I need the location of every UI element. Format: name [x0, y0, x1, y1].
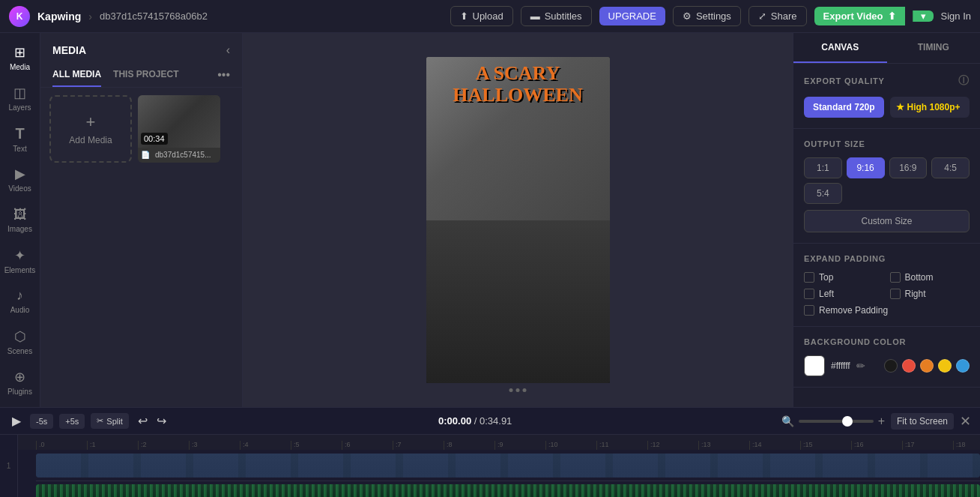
gear-icon: ⚙	[683, 10, 692, 22]
output-size-section: OUTPUT SIZE 1:1 9:16 16:9 4:5 5:4 Custom…	[793, 129, 980, 244]
video-lower-half	[426, 220, 610, 384]
media-panel: MEDIA ‹ ALL MEDIA THIS PROJECT ••• + Add…	[40, 33, 243, 407]
remove-padding-option[interactable]: Remove Padding	[804, 305, 970, 316]
sidebar-item-videos[interactable]: ▶ Videos	[2, 160, 38, 198]
sidebar-item-media[interactable]: ⊞ Media	[2, 39, 38, 76]
color-swatch-yellow[interactable]	[938, 359, 952, 373]
padding-left-checkbox[interactable]	[804, 289, 814, 299]
text-icon: T	[15, 125, 24, 142]
subtitles-button[interactable]: ▬ Subtitles	[521, 6, 592, 26]
export-icon: ⬆	[888, 10, 896, 22]
timeline-controls: ▶ -5s +5s ✂ Split ↩ ↪ 0:00.00 / 0:34.91 …	[0, 408, 980, 435]
color-swatch-blue[interactable]	[956, 359, 970, 373]
upload-button[interactable]: ⬆ Upload	[450, 6, 513, 26]
sidebar-item-elements[interactable]: ✦ Elements	[2, 242, 38, 280]
media-panel-header: MEDIA ‹	[40, 33, 242, 63]
export-button[interactable]: Export Video ⬆	[814, 7, 905, 25]
tab-all-media[interactable]: ALL MEDIA	[52, 63, 101, 87]
subtitles-icon: ▬	[530, 10, 540, 22]
audio-clip[interactable]	[36, 484, 980, 497]
media-grid: + Add Media 00:34 📄 db37d1c57415...	[40, 95, 242, 163]
quality-standard-button[interactable]: Standard 720p	[804, 97, 884, 118]
fit-to-screen-button[interactable]: Fit to Screen	[891, 413, 954, 430]
size-16-9-button[interactable]: 16:9	[889, 157, 928, 178]
media-thumbnail[interactable]: 00:34 📄 db37d1c57415...	[138, 95, 220, 163]
media-tabs: ALL MEDIA THIS PROJECT •••	[40, 63, 242, 88]
remove-padding-checkbox[interactable]	[804, 305, 814, 316]
share-button[interactable]: ⤢ Share	[748, 6, 807, 26]
sidebar-item-plugins[interactable]: ⊕ Plugins	[2, 364, 38, 401]
signin-button[interactable]: Sign In	[941, 10, 971, 22]
padding-left-option[interactable]: Left	[804, 289, 884, 299]
color-swatch-orange[interactable]	[920, 359, 934, 373]
color-swatches	[884, 359, 970, 373]
padding-right-option[interactable]: Right	[890, 289, 970, 299]
video-clip[interactable]	[36, 454, 980, 478]
split-button[interactable]: ✂ Split	[91, 413, 128, 429]
project-name: db37d1c57415768a06b2	[100, 10, 208, 22]
zoom-thumb[interactable]	[842, 416, 853, 427]
sidebar-item-text[interactable]: T Text	[2, 120, 38, 157]
timeline-tracks-container: .0 :1 :2 :3 :4 :5 :6 :7 :8 :9 :10 :11 :1…	[18, 435, 980, 497]
star-icon: ★	[896, 102, 904, 112]
media-more-button[interactable]: •••	[217, 63, 230, 87]
info-icon[interactable]: ⓘ	[958, 74, 970, 88]
padding-top-checkbox[interactable]	[804, 272, 814, 283]
settings-button[interactable]: ⚙ Settings	[673, 6, 741, 26]
tab-timing[interactable]: TIMING	[887, 33, 981, 63]
play-button[interactable]: ▶	[9, 412, 24, 430]
timeline-close-button[interactable]: ✕	[960, 413, 971, 430]
tab-canvas[interactable]: CANVAS	[793, 33, 887, 63]
share-icon: ⤢	[758, 10, 766, 22]
media-icon: ⊞	[14, 44, 25, 61]
canvas-title-text: A SCARYHALLOWEEN	[426, 63, 610, 106]
sidebar-item-scenes[interactable]: ⬡ Scenes	[2, 323, 38, 361]
plus-icon: +	[86, 112, 96, 132]
size-9-16-button[interactable]: 9:16	[847, 157, 885, 178]
sidebar-item-label: Elements	[4, 266, 36, 274]
sidebar-item-label: Images	[7, 225, 32, 233]
topbar: K Kapwing › db37d1c57415768a06b2 ⬆ Uploa…	[0, 0, 980, 33]
quality-premium-button[interactable]: ★ High 1080p+	[890, 97, 970, 118]
resize-handle-dots	[509, 388, 527, 392]
sidebar-item-layers[interactable]: ◫ Layers	[2, 79, 38, 117]
timeline-tracks	[18, 450, 980, 497]
skip-fwd-button[interactable]: +5s	[59, 414, 85, 429]
add-media-button[interactable]: + Add Media	[49, 95, 132, 163]
padding-options: Top Bottom Left Right	[804, 272, 970, 299]
size-1-1-button[interactable]: 1:1	[804, 157, 842, 178]
padding-bottom-checkbox[interactable]	[890, 272, 901, 283]
padding-right-checkbox[interactable]	[890, 289, 901, 299]
scenes-icon: ⬡	[14, 328, 26, 345]
size-5-4-button[interactable]: 5:4	[804, 183, 842, 204]
zoom-in-icon[interactable]: +	[878, 415, 885, 428]
media-panel-close-button[interactable]: ‹	[226, 43, 230, 57]
color-swatch-black[interactable]	[884, 359, 898, 373]
export-dropdown-button[interactable]: ▾	[913, 10, 934, 22]
tab-this-project[interactable]: THIS PROJECT	[113, 63, 178, 87]
skip-back-button[interactable]: -5s	[30, 414, 53, 429]
brand-name: Kapwing	[37, 10, 81, 22]
sidebar-item-label: Scenes	[7, 347, 32, 355]
bg-color-edit-button[interactable]: ✏	[856, 360, 865, 372]
sidebar-item-audio[interactable]: ♪ Audio	[2, 283, 38, 320]
padding-top-option[interactable]: Top	[804, 272, 884, 283]
padding-bottom-option[interactable]: Bottom	[890, 272, 970, 283]
custom-size-button[interactable]: Custom Size	[804, 210, 970, 232]
sidebar-item-label: Audio	[10, 306, 30, 314]
size-4-5-button[interactable]: 4:5	[931, 157, 970, 178]
undo-button[interactable]: ↩	[135, 412, 151, 430]
redo-button[interactable]: ↪	[154, 412, 169, 430]
zoom-track[interactable]	[799, 420, 874, 423]
elements-icon: ✦	[14, 247, 25, 264]
sidebar-item-images[interactable]: 🖼 Images	[2, 201, 38, 238]
layers-icon: ◫	[13, 85, 26, 101]
timeline-ruler: .0 :1 :2 :3 :4 :5 :6 :7 :8 :9 :10 :11 :1…	[18, 435, 980, 450]
sidebar-item-label: Layers	[8, 103, 31, 112]
zoom-out-icon[interactable]: 🔍	[781, 415, 794, 427]
bg-color-preview[interactable]	[804, 355, 825, 376]
undo-icon: ↩	[138, 415, 148, 427]
upgrade-button[interactable]: UPGRADE	[599, 7, 665, 25]
close-icon: ✕	[960, 414, 971, 429]
color-swatch-red[interactable]	[902, 359, 916, 373]
